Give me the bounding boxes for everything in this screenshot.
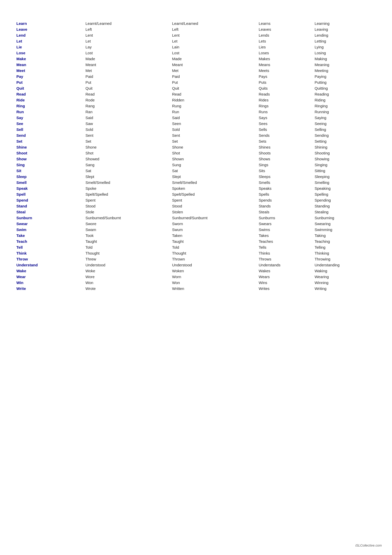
verb-past: Smelt/Smelled [84, 180, 171, 185]
table-row: MakeMadeMadeMakesMaking [15, 56, 377, 62]
verb-s: Shines [258, 144, 313, 150]
verb-past: Sent [84, 132, 171, 138]
verb-s: Reads [258, 91, 313, 97]
verb-pp: Made [171, 56, 258, 62]
verb-pp: Sat [171, 168, 258, 174]
verb-past: Spelt/Spelled [84, 191, 171, 197]
verb-table: LearnLearnt/LearnedLearnt/LearnedLearnsL… [15, 20, 377, 291]
verb-s: Understands [258, 262, 313, 268]
verb-s: Teaches [258, 238, 313, 244]
verb-s: Steals [258, 209, 313, 215]
verb-base: Pay [15, 74, 84, 79]
verb-base: Speak [15, 185, 84, 191]
verb-s: Sits [258, 168, 313, 174]
verb-base: Quit [15, 85, 84, 91]
verb-past: Sunburned/Sunburnt [84, 215, 171, 221]
verb-ing: Waking [313, 268, 377, 274]
verb-base: Shine [15, 144, 84, 150]
verb-ing: Shining [313, 144, 377, 150]
verb-past: Lost [84, 50, 171, 56]
verb-past: Made [84, 56, 171, 62]
verb-pp: Stood [171, 203, 258, 209]
verb-base: Sell [15, 127, 84, 132]
verb-past: Rode [84, 97, 171, 103]
verb-pp: Woken [171, 268, 258, 274]
verb-past: Paid [84, 74, 171, 79]
verb-past: Sold [84, 127, 171, 132]
verb-s: Tells [258, 244, 313, 250]
verb-past: Spoke [84, 185, 171, 191]
verb-base: Spell [15, 191, 84, 197]
verb-pp: Sent [171, 132, 258, 138]
verb-ing: Leaving [313, 26, 377, 32]
verb-s: Sleeps [258, 174, 313, 180]
verb-past: Taught [84, 238, 171, 244]
verb-s: Sunburns [258, 215, 313, 221]
verb-pp: Lent [171, 32, 258, 38]
verb-past: Lay [84, 44, 171, 50]
table-row: RunRanRunRunsRunning [15, 109, 377, 115]
verb-past: Showed [84, 156, 171, 162]
table-row: SingSangSungSingsSinging [15, 162, 377, 168]
table-row: TellToldToldTellsTelling [15, 244, 377, 250]
verb-ing: Setting [313, 138, 377, 144]
verb-base: Teach [15, 238, 84, 244]
verb-pp: Spoken [171, 185, 258, 191]
verb-pp: Ridden [171, 97, 258, 103]
verb-s: Puts [258, 79, 313, 85]
verb-base: Wear [15, 274, 84, 280]
verb-pp: Set [171, 138, 258, 144]
verb-pp: Let [171, 38, 258, 44]
verb-ing: Telling [313, 244, 377, 250]
verb-s: Spells [258, 191, 313, 197]
verb-ing: Wearing [313, 274, 377, 280]
verb-s: Leaves [258, 26, 313, 32]
verb-base: Throw [15, 256, 84, 262]
table-row: PutPutPutPutsPutting [15, 79, 377, 85]
verb-pp: Met [171, 68, 258, 74]
verb-base: Sit [15, 168, 84, 174]
verb-s: Lies [258, 44, 313, 50]
verb-past: Sat [84, 168, 171, 174]
verb-ing: Seeing [313, 121, 377, 127]
verb-past: Said [84, 115, 171, 121]
verb-base: Think [15, 250, 84, 256]
verb-pp: Run [171, 109, 258, 115]
verb-s: Rings [258, 103, 313, 109]
verb-past: Swam [84, 227, 171, 233]
verb-pp: Lain [171, 44, 258, 50]
verb-past: Shone [84, 144, 171, 150]
verb-base: Leave [15, 26, 84, 32]
verb-base: Steal [15, 209, 84, 215]
table-row: WearWoreWornWearsWearing [15, 274, 377, 280]
verb-s: Wears [258, 274, 313, 280]
table-row: QuitQuitQuitQuitsQuitting [15, 85, 377, 91]
table-row: LetLetLetLetsLetting [15, 38, 377, 44]
verb-base: Make [15, 56, 84, 62]
verb-s: Wakes [258, 268, 313, 274]
table-row: StandStoodStoodStandsStanding [15, 203, 377, 209]
verb-s: Swims [258, 227, 313, 233]
verb-ing: Swearing [313, 221, 377, 227]
verb-base: Read [15, 91, 84, 97]
table-row: SetSetSetSetsSetting [15, 138, 377, 144]
verb-pp: Seen [171, 121, 258, 127]
table-row: StealStoleStolenStealsStealing [15, 209, 377, 215]
verb-pp: Stolen [171, 209, 258, 215]
table-row: SaySaidSaidSaysSaying [15, 115, 377, 121]
verb-past: Shot [84, 150, 171, 156]
table-row: WakeWokeWokenWakesWaking [15, 268, 377, 274]
verb-ing: Sunburning [313, 215, 377, 221]
verb-ing: Shooting [313, 150, 377, 156]
verb-s: Writes [258, 286, 313, 291]
verb-s: Sings [258, 162, 313, 168]
verb-past: Rang [84, 103, 171, 109]
verb-past: Spent [84, 197, 171, 203]
verb-base: Write [15, 286, 84, 291]
verb-s: Rides [258, 97, 313, 103]
verb-s: Swears [258, 221, 313, 227]
table-row: ReadReadReadReadsReading [15, 91, 377, 97]
verb-ing: Stealing [313, 209, 377, 215]
table-row: SwearSworeSwornSwearsSwearing [15, 221, 377, 227]
verb-ing: Swimming [313, 227, 377, 233]
